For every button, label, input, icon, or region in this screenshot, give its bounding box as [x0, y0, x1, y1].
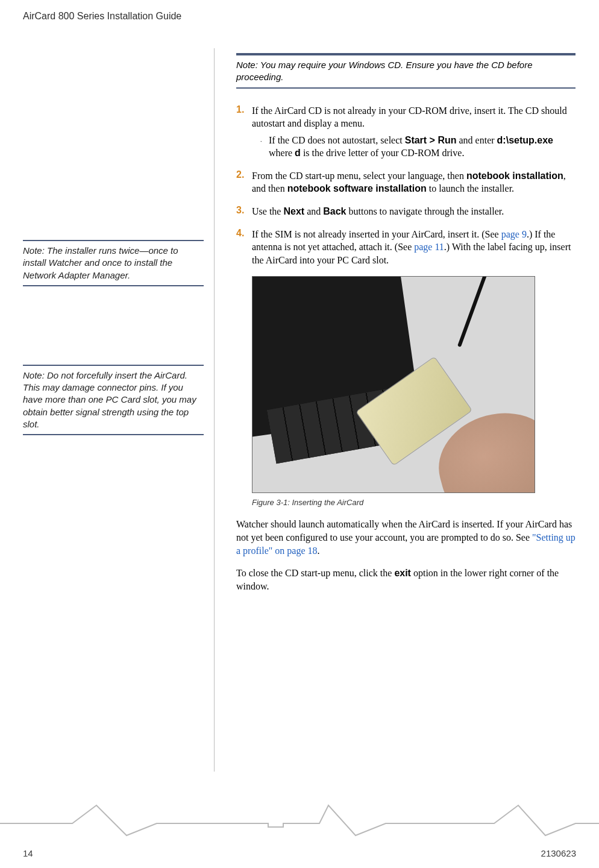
para-text: . [317, 546, 319, 556]
cmd-drive-letter: d [295, 148, 301, 158]
page-number: 14 [23, 848, 33, 858]
running-header: AirCard 800 Series Installation Guide [23, 11, 181, 22]
step-text: If the AirCard CD is not already in your… [252, 105, 567, 129]
figure-3-1 [252, 276, 575, 493]
menu-notebook-installation: notebook installation [466, 171, 563, 181]
figure-image-inserting-aircard [252, 276, 535, 493]
sub-bullet: · If the CD does not autostart, select S… [260, 134, 575, 160]
footer-waveform-icon [0, 799, 599, 841]
paragraph-close-menu: To close the CD start-up menu, click the… [236, 567, 575, 593]
paragraph-watcher-launch: Watcher should launch automatically when… [236, 518, 575, 557]
step-text: From the CD start-up menu, select your l… [252, 171, 466, 181]
cmd-setup-exe: d:\setup.exe [497, 135, 553, 145]
sub-text: where [269, 148, 295, 158]
document-number: 2130623 [541, 848, 576, 858]
step-text: and [304, 206, 323, 216]
step-4: 4. If the SIM is not already inserted in… [217, 228, 575, 267]
button-next-label: Next [283, 206, 304, 216]
para-text: Watcher should launch automatically when… [236, 519, 572, 542]
step-1: 1. If the AirCard CD is not already in y… [217, 104, 575, 160]
figure-caption: Figure 3-1: Inserting the AirCard [252, 498, 575, 507]
sub-text: If the CD does not autostart, select [269, 135, 405, 145]
step-body: Use the Next and Back buttons to navigat… [252, 205, 575, 218]
side-note-insertion: Note: Do not forcefully insert the AirCa… [23, 365, 204, 435]
step-number: 1. [236, 104, 252, 160]
note-text: You may require your Windows CD. Ensure … [236, 60, 533, 82]
step-text: If the SIM is not already inserted in yo… [252, 229, 501, 239]
step-number: 2. [236, 169, 252, 195]
note-label: Note: [23, 245, 45, 256]
cmd-start-run: Start > Run [405, 135, 457, 145]
step-2: 2. From the CD start-up menu, select you… [217, 169, 575, 195]
step-body: From the CD start-up menu, select your l… [252, 169, 575, 195]
step-text: to launch the installer. [427, 183, 514, 193]
note-label: Note: [236, 60, 258, 70]
side-note-installer: Note: The installer runs twice—once to i… [23, 240, 204, 286]
step-body: If the SIM is not already inserted in yo… [252, 228, 575, 267]
step-body: If the AirCard CD is not already in your… [252, 104, 575, 160]
step-text: Use the [252, 206, 283, 216]
menu-notebook-software-installation: notebook software installation [287, 183, 427, 193]
link-page-11[interactable]: page 11 [414, 242, 444, 252]
link-page-9[interactable]: page 9 [501, 229, 527, 239]
top-note-box: Note: You may require your Windows CD. E… [236, 53, 575, 89]
note-text: Do not forcefully insert the AirCard. Th… [23, 370, 196, 429]
bullet-icon: · [260, 134, 269, 160]
column-divider [214, 48, 215, 772]
exit-option-label: exit [394, 568, 411, 578]
step-number: 3. [236, 205, 252, 218]
sub-text: is the drive letter of your CD-ROM drive… [301, 148, 465, 158]
sub-text: and enter [457, 135, 497, 145]
button-back-label: Back [323, 206, 346, 216]
note-text: The installer runs twice—once to install… [23, 245, 178, 280]
step-text: buttons to navigate through the installe… [346, 206, 504, 216]
step-3: 3. Use the Next and Back buttons to navi… [217, 205, 575, 218]
para-text: To close the CD start-up menu, click the [236, 568, 394, 578]
step-number: 4. [236, 228, 252, 267]
note-label: Note: [23, 370, 45, 380]
